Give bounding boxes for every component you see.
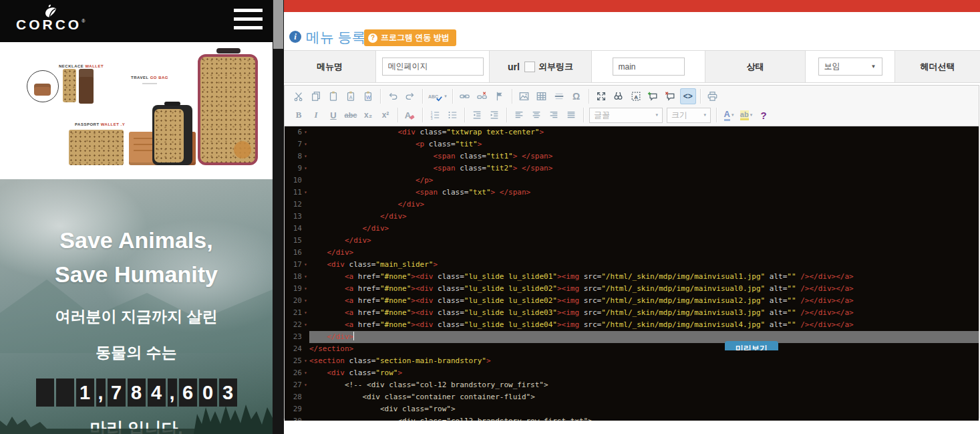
tag-add-icon[interactable] bbox=[645, 88, 661, 104]
label-underline bbox=[142, 83, 157, 84]
fold-arrow-icon[interactable]: ▾ bbox=[302, 355, 309, 367]
cut-icon[interactable] bbox=[291, 88, 307, 104]
unlink-icon[interactable] bbox=[474, 88, 490, 104]
unordered-list-icon[interactable] bbox=[444, 107, 460, 123]
tag-remove-icon[interactable] bbox=[663, 88, 679, 104]
subscript-icon[interactable]: x₂ bbox=[360, 107, 376, 123]
program-link-help-button[interactable]: ? 프로그램 연동 방법 bbox=[364, 29, 456, 46]
strikethrough-icon[interactable]: abc bbox=[343, 107, 359, 123]
source-button[interactable]: <> bbox=[680, 88, 696, 104]
link-icon[interactable] bbox=[457, 88, 473, 104]
paste-icon[interactable] bbox=[325, 88, 341, 104]
chevron-down-icon: ▾ bbox=[444, 94, 447, 99]
code-text: <div class="main_slider"> bbox=[309, 259, 979, 271]
scrollbar-thumb[interactable] bbox=[273, 0, 283, 49]
code-line[interactable]: 30<div class="col12 brandstory_row_first… bbox=[285, 415, 979, 421]
code-line[interactable]: 26▾<div class="row"> bbox=[285, 367, 979, 379]
align-justify-icon[interactable] bbox=[563, 107, 579, 123]
code-line[interactable]: 29<div class="row"> bbox=[285, 403, 979, 415]
fold-arrow-icon[interactable]: ▾ bbox=[302, 162, 309, 175]
preview-scrollbar[interactable] bbox=[273, 0, 284, 434]
travel-go-bag-label: TRAVEL GO BAG bbox=[131, 76, 168, 84]
fold-arrow-icon[interactable]: ▾ bbox=[302, 367, 309, 379]
fold-arrow-icon[interactable]: ▾ bbox=[302, 187, 309, 199]
fold-arrow-icon[interactable]: ▾ bbox=[302, 126, 309, 138]
code-line[interactable]: 16</div> bbox=[285, 247, 979, 259]
superscript-icon[interactable]: x² bbox=[377, 107, 393, 123]
fold-arrow-icon[interactable]: ▾ bbox=[302, 319, 309, 331]
line-number: 8 bbox=[297, 150, 302, 162]
undo-icon[interactable] bbox=[385, 88, 401, 104]
code-line[interactable]: 14</div> bbox=[285, 223, 979, 235]
toolbar-separator bbox=[512, 89, 512, 104]
fold-arrow-icon[interactable]: ▾ bbox=[302, 307, 309, 319]
paste-text-icon[interactable]: A bbox=[343, 88, 359, 104]
site-logo[interactable]: CORCO® bbox=[16, 4, 83, 39]
about-help-icon[interactable]: ? bbox=[756, 107, 772, 123]
code-lines[interactable]: 6▾<div class="txtwrap text-center">7▾<p … bbox=[285, 126, 979, 421]
code-line[interactable]: 19▾<a href="#none"><div class="lu_slide … bbox=[285, 283, 979, 295]
line-number: 7 bbox=[297, 138, 302, 150]
bold-icon[interactable]: B bbox=[291, 107, 307, 123]
fold-arrow-icon[interactable]: ▾ bbox=[302, 271, 309, 283]
fold-arrow-icon[interactable]: ▾ bbox=[302, 150, 309, 162]
print-icon[interactable] bbox=[705, 88, 721, 104]
align-left-icon[interactable] bbox=[511, 107, 527, 123]
code-line[interactable]: 17▾<div class="main_slider"> bbox=[285, 259, 979, 271]
code-line[interactable]: 7▾<p class="tit"> bbox=[285, 138, 979, 150]
code-line[interactable]: 10</p> bbox=[285, 175, 979, 187]
copy-icon[interactable] bbox=[308, 88, 324, 104]
align-right-icon[interactable] bbox=[546, 107, 562, 123]
horizontal-rule-icon[interactable] bbox=[551, 88, 567, 104]
code-line[interactable]: 22▾<a href="#none"><div class="lu_slide … bbox=[285, 319, 979, 331]
code-line[interactable]: 21▾<a href="#none"><div class="lu_slide … bbox=[285, 307, 979, 319]
hamburger-menu-icon[interactable] bbox=[234, 9, 263, 33]
fold-arrow-icon[interactable]: ▾ bbox=[302, 379, 309, 391]
remove-format-icon[interactable]: A bbox=[402, 107, 418, 123]
paste-word-icon[interactable]: W bbox=[360, 88, 376, 104]
external-link-checkbox[interactable] bbox=[524, 62, 535, 72]
indent-icon[interactable] bbox=[486, 107, 502, 123]
fold-arrow-icon[interactable]: ▾ bbox=[302, 259, 309, 271]
product-carousel[interactable]: NECKLACE WALLET PASSPORT WALLET .Y TRAVE… bbox=[0, 42, 273, 179]
code-line[interactable]: 18▾<a href="#none"><div class="lu_slide … bbox=[285, 271, 979, 283]
select-all-icon[interactable]: A bbox=[628, 88, 644, 104]
code-line[interactable]: 27▾<!-- <div class="col-12 brandstory_ro… bbox=[285, 379, 979, 391]
fold-arrow-icon[interactable]: ▾ bbox=[302, 138, 309, 150]
underline-icon[interactable]: U bbox=[325, 107, 341, 123]
code-line[interactable]: 6▾<div class="txtwrap text-center"> bbox=[285, 126, 979, 138]
code-line[interactable]: 28<div class="container container-fluid"… bbox=[285, 391, 979, 403]
spellcheck-icon[interactable]: ABC ▾ bbox=[427, 88, 448, 104]
outdent-icon[interactable] bbox=[469, 107, 485, 123]
code-line[interactable]: 25▾<section class="section-main-brandsto… bbox=[285, 355, 979, 367]
maximize-icon[interactable] bbox=[593, 88, 609, 104]
fold-arrow-icon[interactable]: ▾ bbox=[302, 295, 309, 307]
preview-button[interactable]: 미리보기 bbox=[725, 341, 778, 350]
anchor-flag-icon[interactable] bbox=[492, 88, 508, 104]
font-dropdown[interactable]: 글꼴 ▾ bbox=[589, 108, 663, 123]
find-icon[interactable] bbox=[611, 88, 627, 104]
url-input[interactable] bbox=[613, 58, 685, 76]
code-line[interactable]: 9▾<span class="tit2"> </span> bbox=[285, 162, 979, 175]
code-line[interactable]: 12</div> bbox=[285, 199, 979, 211]
align-center-icon[interactable] bbox=[528, 107, 544, 123]
image-icon[interactable] bbox=[516, 88, 532, 104]
code-line[interactable]: 15</div> bbox=[285, 235, 979, 247]
bg-color-icon[interactable]: ab▾ bbox=[738, 107, 754, 123]
table-icon[interactable] bbox=[534, 88, 550, 104]
ordered-list-icon[interactable]: 123 bbox=[427, 107, 443, 123]
fold-arrow-icon[interactable]: ▾ bbox=[302, 283, 309, 295]
code-line[interactable]: 13</div> bbox=[285, 211, 979, 223]
code-line[interactable]: 24</section> bbox=[285, 343, 979, 355]
status-select[interactable]: 보임 ▼ bbox=[818, 58, 882, 76]
code-line[interactable]: 23</div> bbox=[285, 331, 979, 343]
size-dropdown[interactable]: 크기 ▾ bbox=[667, 108, 711, 123]
special-char-icon[interactable]: Ω bbox=[568, 88, 585, 104]
text-color-icon[interactable]: A▾ bbox=[721, 107, 737, 123]
code-line[interactable]: 20▾<a href="#none"><div class="lu_slide … bbox=[285, 295, 979, 307]
redo-icon[interactable] bbox=[402, 88, 418, 104]
code-line[interactable]: 8▾<span class="tit1"> </span> bbox=[285, 150, 979, 162]
italic-icon[interactable]: I bbox=[308, 107, 324, 123]
code-line[interactable]: 11▾<span class="txt"> </span> bbox=[285, 187, 979, 199]
menu-name-input[interactable] bbox=[382, 58, 484, 76]
